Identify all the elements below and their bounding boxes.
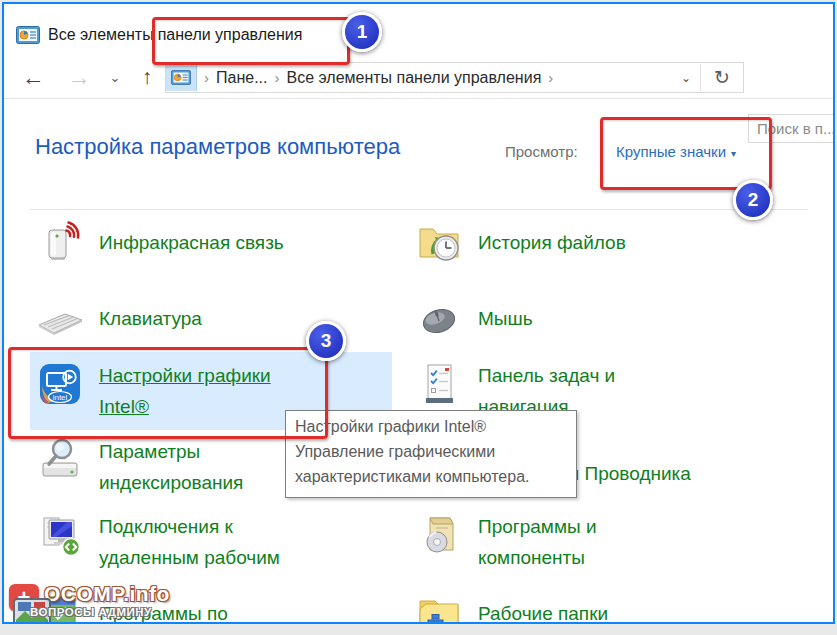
item-label[interactable]: Инфракрасная связь xyxy=(99,227,284,258)
cp-item-programs-features[interactable]: Программы икомпоненты xyxy=(415,511,597,573)
cp-item-keyboard[interactable]: Клавиатура xyxy=(36,294,202,342)
refresh-icon[interactable]: ↻ xyxy=(700,64,743,91)
item-label[interactable]: История файлов xyxy=(478,227,626,258)
cp-item-mouse[interactable]: Мышь xyxy=(415,294,533,342)
breadcrumb-current[interactable]: Все элементы панели управления xyxy=(286,69,541,87)
address-dropdown-icon[interactable]: ⌄ xyxy=(672,64,700,91)
view-by-label: Просмотр: xyxy=(505,143,578,160)
keyboard-icon xyxy=(36,294,84,342)
cp-item-infrared[interactable]: Инфракрасная связь xyxy=(36,218,284,266)
watermark-site-name: OCOMP.info xyxy=(44,582,170,606)
item-label[interactable]: Подключения кудаленным рабочим xyxy=(99,511,280,573)
remote-desktop-icon xyxy=(36,511,84,559)
tooltip: Настройки графики Intel® Управление граф… xyxy=(285,410,577,498)
breadcrumb-control-panel-icon[interactable] xyxy=(166,64,197,91)
page-title: Настройка параметров компьютера xyxy=(35,134,400,160)
item-label[interactable]: Мышь xyxy=(478,303,533,334)
header-divider xyxy=(30,209,808,210)
item-label[interactable]: Рабочие папки xyxy=(478,598,608,625)
breadcrumb-separator: › xyxy=(197,69,216,86)
infrared-icon xyxy=(36,218,84,266)
work-folders-icon xyxy=(415,589,463,624)
annotation-step-2: 2 xyxy=(733,180,773,220)
control-panel-window: Все элементыпанели управления ← → ⌄ ↑ › … xyxy=(2,2,835,624)
mouse-icon xyxy=(415,294,463,342)
taskbar-navigation-icon xyxy=(415,360,463,408)
annotation-box-2 xyxy=(600,117,772,190)
item-label[interactable]: Параметрыиндексирования xyxy=(99,436,243,498)
item-label[interactable]: Клавиатура xyxy=(99,303,202,334)
indexing-options-icon xyxy=(36,436,84,484)
recent-locations-icon[interactable]: ⌄ xyxy=(102,56,128,98)
item-label[interactable]: Программы икомпоненты xyxy=(478,511,597,573)
annotation-box-3 xyxy=(8,347,328,439)
watermark-tagline: ВОПРОСЫ АДМИНУ xyxy=(30,606,152,618)
address-bar[interactable]: › Пане... › Все элементы панели управлен… xyxy=(165,62,744,93)
cp-item-indexing-options[interactable]: Параметрыиндексирования xyxy=(36,436,243,498)
watermark: + OCOMP.info ВОПРОСЫ АДМИНУ xyxy=(6,582,246,624)
breadcrumb-separator: › xyxy=(267,69,286,86)
back-icon[interactable]: ← xyxy=(16,56,50,98)
breadcrumb-root[interactable]: Пане... xyxy=(216,69,267,87)
cp-item-remote-connections[interactable]: Подключения кудаленным рабочим xyxy=(36,511,280,573)
file-history-icon xyxy=(415,218,463,266)
annotation-step-3: 3 xyxy=(306,321,346,361)
programs-features-icon xyxy=(415,511,463,559)
annotation-box-1 xyxy=(152,17,350,65)
annotation-step-1: 1 xyxy=(342,12,382,52)
breadcrumb-separator: › xyxy=(541,69,560,86)
forward-icon[interactable]: → xyxy=(62,56,96,98)
navigation-bar: ← → ⌄ ↑ › Пане... › Все элементы панели … xyxy=(4,56,833,99)
control-panel-icon xyxy=(16,26,40,44)
cp-item-file-history[interactable]: История файлов xyxy=(415,218,626,266)
cp-item-work-folders[interactable]: Рабочие папки xyxy=(415,589,608,624)
